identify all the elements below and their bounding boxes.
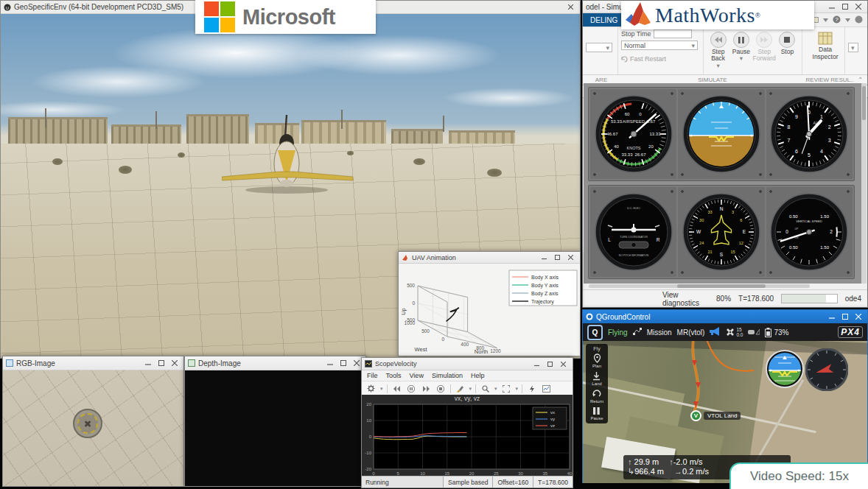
svg-text:R: R (656, 237, 659, 242)
svg-text:W: W (696, 229, 701, 234)
flight-mode-label[interactable]: Flying (608, 328, 628, 337)
ue-close-button[interactable] (564, 2, 577, 12)
dropdown-icon[interactable]: ▾ (516, 386, 519, 392)
step-forward-icon[interactable] (421, 384, 432, 393)
plan-button[interactable]: Plan (592, 353, 602, 369)
ribbon-collapse-icon[interactable]: ⌃ (858, 77, 867, 83)
stop-time-field[interactable] (654, 29, 692, 38)
scope-maximize-button[interactable] (544, 359, 556, 369)
style-brush-icon[interactable] (455, 384, 466, 393)
tab-modeling[interactable]: DELING (583, 13, 625, 27)
return-button[interactable]: Return (590, 388, 603, 404)
fly-tools: Fly Plan Land Return Pause (586, 344, 608, 423)
megaphone-icon[interactable] (710, 327, 721, 337)
svg-text:9: 9 (795, 114, 798, 119)
qgc-minimize-button[interactable] (825, 312, 838, 322)
pause-icon[interactable] (406, 384, 417, 393)
dropdown-icon[interactable]: ▾ (380, 386, 383, 392)
ribbon-more-dropdown[interactable]: ▾ (848, 43, 858, 52)
altimeter: 0123456789ALT (766, 89, 853, 179)
qgc-close-button[interactable] (852, 312, 864, 322)
uav-close-button[interactable] (564, 253, 577, 262)
menu-item[interactable]: File (367, 372, 378, 379)
svg-text:Up: Up (400, 308, 407, 315)
menu-item[interactable]: Simulation (432, 372, 463, 379)
stop-icon[interactable] (435, 384, 447, 393)
qgc-maximize-button[interactable] (839, 312, 851, 322)
measurements-icon[interactable] (541, 384, 552, 393)
simulink-close-button[interactable] (852, 2, 864, 12)
step-back-button[interactable]: Step Back▾ (707, 32, 729, 74)
stop-button[interactable]: Stop (776, 32, 799, 74)
horizontal-scrollbar[interactable] (589, 284, 810, 288)
uav-maximize-button[interactable] (551, 253, 564, 262)
land-button[interactable]: Land (592, 370, 601, 387)
battery-status[interactable]: 73% (765, 328, 788, 337)
vtol-land-marker[interactable]: V VTOL Land (690, 410, 741, 421)
rgb-minimize-button[interactable] (141, 359, 154, 368)
zoom-icon[interactable] (480, 384, 491, 393)
uav-titlebar[interactable]: UAV Animation (399, 252, 580, 264)
vertical-scrollbar[interactable] (861, 83, 867, 284)
trigger-icon[interactable] (526, 384, 537, 393)
mission-menu[interactable]: Mission (647, 328, 672, 337)
return-icon (592, 389, 601, 398)
rc-signal-icon[interactable] (748, 328, 760, 337)
menu-item[interactable]: Tools (386, 372, 402, 379)
step-back-icon[interactable] (391, 384, 402, 393)
menu-item[interactable]: Help (471, 372, 485, 379)
simulink-maximize-button[interactable] (839, 2, 851, 12)
svg-text:vz: vz (550, 423, 555, 428)
svg-text:N: N (720, 206, 724, 211)
fast-restart-label[interactable]: Fast Restart (630, 55, 666, 63)
prepare-dropdown[interactable]: ▾ (586, 43, 612, 52)
light-pole (155, 111, 157, 129)
pause-button[interactable]: Pause▾ (729, 32, 752, 74)
user-icon[interactable] (855, 15, 863, 25)
svg-text:33.33: 33.33 (621, 152, 633, 157)
rgb-maximize-button[interactable] (155, 359, 167, 368)
view-diagnostics-link[interactable]: View diagnostics (662, 291, 709, 307)
depth-minimize-button[interactable] (323, 359, 336, 368)
qgc-compass[interactable] (805, 348, 848, 394)
rgb-titlebar[interactable]: RGB-Image (3, 356, 183, 370)
depth-titlebar[interactable]: Depth-Image (185, 356, 365, 370)
uav-minimize-button[interactable] (538, 253, 550, 262)
sim-mode-select[interactable]: Normal▾ (621, 41, 698, 50)
rgb-close-button[interactable] (168, 359, 181, 368)
flight-instruments-panel: 06.6713.332026.6733.334046.6753.3360AIRS… (584, 83, 862, 284)
dropdown-icon[interactable]: ▾ (494, 386, 497, 392)
qgc-titlebar[interactable]: QGroundControl (583, 310, 867, 323)
settings-gear-icon[interactable] (365, 384, 377, 393)
screenshot-stage: U GeoSpecificEnv (64-bit Development PCD… (0, 0, 868, 489)
rgb-camera-view (3, 370, 183, 486)
help-icon[interactable]: ? (833, 15, 841, 25)
scope-close-button[interactable] (557, 359, 570, 369)
video-speed-badge: Video Speed: 15x (729, 462, 868, 489)
gps-status[interactable]: 150.0 (726, 327, 743, 337)
scope-titlebar[interactable]: ScopeVelocity (362, 358, 573, 370)
svg-text:vy: vy (550, 417, 555, 421)
dropdown-icon[interactable] (845, 16, 850, 24)
mission-icon (633, 328, 642, 337)
qgc-attitude-indicator[interactable] (766, 350, 804, 391)
fit-view-icon[interactable] (501, 384, 512, 393)
qgc-window-title: QGroundControl (596, 313, 825, 321)
svg-text:13.33: 13.33 (649, 132, 661, 136)
vehicle-label[interactable]: MR(vtol) (677, 328, 705, 337)
dropdown-icon[interactable]: ▾ (469, 386, 472, 392)
dropdown-icon[interactable] (823, 16, 828, 24)
pause-button[interactable]: Pause (590, 406, 603, 421)
sim-mode-value: Normal (624, 42, 645, 49)
qgc-logo[interactable]: Q (587, 325, 603, 340)
simulink-minimize-button[interactable] (825, 2, 838, 12)
data-inspector-icon (818, 32, 833, 46)
menu-item[interactable]: View (410, 372, 424, 379)
data-inspector-button[interactable]: Data Inspector (805, 32, 845, 60)
scope-minimize-button[interactable] (531, 359, 543, 369)
svg-text:12: 12 (739, 241, 743, 245)
svg-text:NO PITCH INFORMATION: NO PITCH INFORMATION (618, 254, 648, 257)
depth-maximize-button[interactable] (337, 359, 349, 368)
step-forward-button[interactable]: Step Forward (753, 32, 776, 74)
svg-text:E: E (743, 229, 746, 234)
